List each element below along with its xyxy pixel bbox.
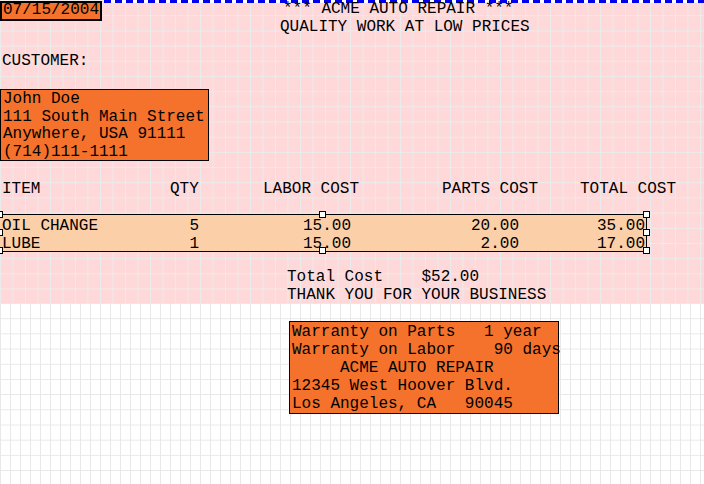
row2-labor[interactable]: 15.00 [271,236,351,252]
warranty-parts-line: Warranty on Parts 1 year [292,323,542,341]
selection-handle-top-middle[interactable] [319,211,326,218]
row1-item[interactable]: OIL CHANGE [2,218,98,234]
customer-label[interactable]: CUSTOMER: [2,53,88,69]
column-header-parts-cost[interactable]: PARTS COST [442,181,538,197]
customer-phone: (714)111-1111 [3,143,128,161]
shop-name-line: ACME AUTO REPAIR [292,359,494,377]
column-header-qty[interactable]: QTY [170,181,199,197]
selection-handle-left-middle[interactable] [0,229,3,236]
total-cost-line[interactable]: Total Cost $52.00 [287,269,479,285]
customer-name: John Doe [3,90,80,108]
row1-qty[interactable]: 5 [119,218,199,234]
shop-city-line: Los Angeles, CA 90045 [292,395,513,413]
title-line-2[interactable]: QUALITY WORK AT LOW PRICES [280,19,530,35]
customer-street: 111 South Main Street [3,108,205,126]
column-header-labor-cost[interactable]: LABOR COST [263,181,359,197]
selection-handle-right-middle[interactable] [643,229,650,236]
customer-address-field[interactable]: John Doe 111 South Main Street Anywhere,… [0,89,209,161]
date-field[interactable]: 07/15/2004 [0,1,102,21]
selection-handle-right-bottom[interactable] [643,247,650,254]
customer-city: Anywhere, USA 91111 [3,125,185,143]
thank-you-line[interactable]: THANK YOU FOR YOUR BUSINESS [287,287,546,303]
title-line-1[interactable]: *** ACME AUTO REPAIR *** [283,1,513,17]
shop-street-line: 12345 West Hoover Blvd. [292,377,513,395]
column-header-total-cost[interactable]: TOTAL COST [580,181,676,197]
selection-handle-left-top[interactable] [0,211,3,218]
selection-handle-bottom-middle[interactable] [319,247,326,254]
column-header-item[interactable]: ITEM [2,181,40,197]
row1-total[interactable]: 35.00 [566,218,645,234]
selection-handle-left-bottom[interactable] [0,247,3,254]
row2-item[interactable]: LUBE [2,236,40,252]
warranty-field[interactable]: Warranty on Parts 1 year Warranty on Lab… [289,321,559,414]
row2-qty[interactable]: 1 [119,236,199,252]
warranty-labor-line: Warranty on Labor 90 days [292,341,561,359]
row1-labor[interactable]: 15.00 [271,218,351,234]
row2-total[interactable]: 17.00 [566,236,645,252]
row1-parts[interactable]: 20.00 [439,218,519,234]
row2-parts[interactable]: 2.00 [439,236,519,252]
selection-handle-right-top[interactable] [643,211,650,218]
report-designer-canvas: 07/15/2004 *** ACME AUTO REPAIR *** QUAL… [0,0,704,484]
